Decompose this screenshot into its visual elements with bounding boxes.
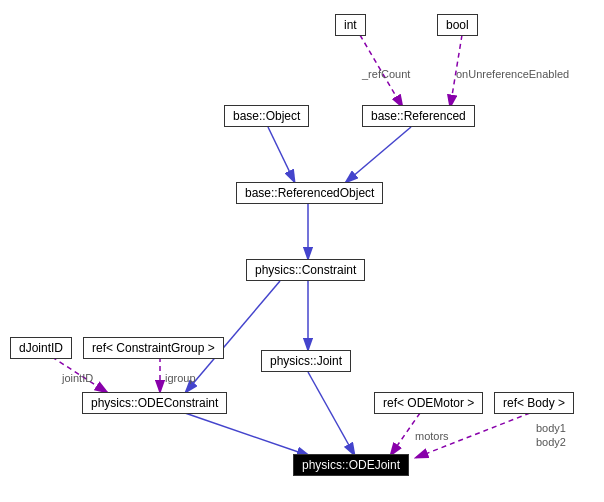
node-physics-ode-constraint: physics::ODEConstraint bbox=[82, 392, 227, 414]
svg-text:igroup: igroup bbox=[165, 372, 196, 384]
svg-text:motors: motors bbox=[415, 430, 449, 442]
svg-line-7 bbox=[268, 127, 295, 183]
node-bool: bool bbox=[437, 14, 478, 36]
node-base-referenced: base::Referenced bbox=[362, 105, 475, 127]
node-djoint-id: dJointID bbox=[10, 337, 72, 359]
svg-text:body2: body2 bbox=[536, 436, 566, 448]
svg-line-8 bbox=[345, 127, 411, 183]
svg-line-17 bbox=[185, 413, 310, 456]
svg-line-18 bbox=[390, 413, 420, 456]
svg-text:_refCount: _refCount bbox=[361, 68, 410, 80]
svg-text:onUnreferenceEnabled: onUnreferenceEnabled bbox=[456, 68, 569, 80]
svg-line-3 bbox=[360, 35, 403, 108]
diagram-container: _refCount onUnreferenceEnabled jointID i… bbox=[0, 0, 604, 502]
node-ref-body: ref< Body > bbox=[494, 392, 574, 414]
svg-line-20 bbox=[415, 413, 530, 458]
node-ref-ode-motor: ref< ODEMotor > bbox=[374, 392, 483, 414]
node-ref-constraint-group: ref< ConstraintGroup > bbox=[83, 337, 224, 359]
svg-text:jointID: jointID bbox=[61, 372, 93, 384]
node-base-referenced-object: base::ReferencedObject bbox=[236, 182, 383, 204]
node-base-object: base::Object bbox=[224, 105, 309, 127]
node-physics-constraint: physics::Constraint bbox=[246, 259, 365, 281]
svg-line-16 bbox=[308, 372, 355, 456]
node-int: int bbox=[335, 14, 366, 36]
svg-line-5 bbox=[450, 35, 462, 108]
svg-text:body1: body1 bbox=[536, 422, 566, 434]
node-physics-ode-joint: physics::ODEJoint bbox=[293, 454, 409, 476]
node-physics-joint: physics::Joint bbox=[261, 350, 351, 372]
svg-line-12 bbox=[52, 357, 108, 393]
arrows-svg: _refCount onUnreferenceEnabled jointID i… bbox=[0, 0, 604, 502]
